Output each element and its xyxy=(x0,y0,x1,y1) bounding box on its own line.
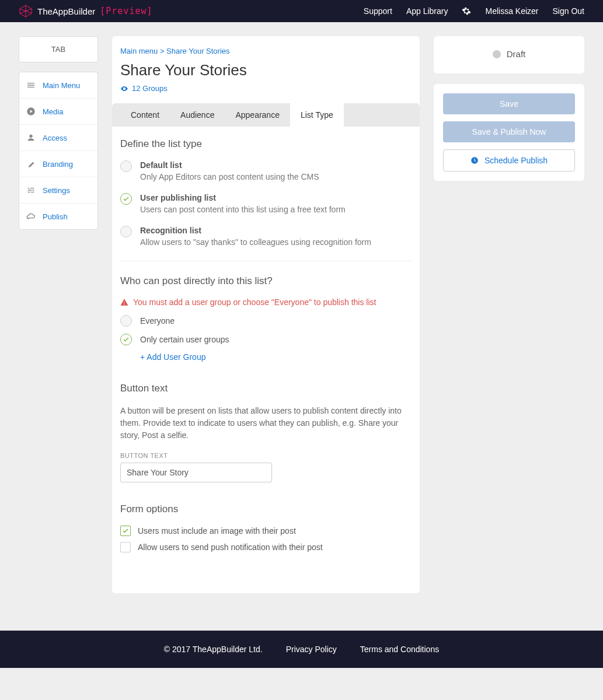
button-text-desc: A button will be present on lists that a… xyxy=(120,405,412,442)
sidebar-item-label: Access xyxy=(43,134,67,142)
footer: © 2017 TheAppBuilder Ltd. Privacy Policy… xyxy=(0,631,603,668)
button-text-heading: Button text xyxy=(120,383,412,394)
eye-icon xyxy=(120,85,128,93)
sidebar-tab[interactable]: TAB xyxy=(19,36,98,62)
divider xyxy=(120,261,412,261)
preview-badge: [Preview] xyxy=(100,6,152,16)
actions-box: Save Save & Publish Now Schedule Publish xyxy=(434,84,584,181)
checkbox-label: Allow users to send push notification wi… xyxy=(138,542,323,552)
groups-link[interactable]: 12 Groups xyxy=(120,84,412,93)
svg-point-1 xyxy=(29,135,32,138)
sidebar-item-media[interactable]: Media xyxy=(19,99,97,125)
checkbox-require-image[interactable]: Users must include an image with their p… xyxy=(120,526,412,536)
radio-only-groups[interactable]: Only certain user groups xyxy=(120,334,412,345)
radio-label: Everyone xyxy=(140,316,175,326)
sidebar-item-settings[interactable]: Settings xyxy=(19,177,97,204)
checkbox[interactable] xyxy=(120,526,131,536)
add-user-group-link[interactable]: + Add User Group xyxy=(140,352,412,362)
radio-desc: Allow users to "say thanks" to colleague… xyxy=(140,237,371,247)
footer-privacy[interactable]: Privacy Policy xyxy=(286,645,337,654)
radio-label: User publishing list xyxy=(140,193,346,202)
nav-user[interactable]: Melissa Keizer xyxy=(485,6,538,16)
radio-button[interactable] xyxy=(120,334,132,345)
save-button[interactable]: Save xyxy=(443,93,575,114)
logo-icon xyxy=(19,4,33,18)
tab-content[interactable]: Content xyxy=(120,103,170,127)
page-title: Share Your Stories xyxy=(120,61,412,79)
nav-app-library[interactable]: App Library xyxy=(406,6,448,16)
radio-desc: Only App Editors can post content using … xyxy=(140,172,319,181)
main-panel: Main menu > Share Your Stories Share You… xyxy=(112,36,420,593)
warning-text: You must add a user group or choose "Eve… xyxy=(133,298,376,307)
sidebar-item-label: Settings xyxy=(43,186,70,195)
status-label: Draft xyxy=(507,49,526,59)
tab-audience[interactable]: Audience xyxy=(170,103,225,127)
sidebar-item-label: Main Menu xyxy=(43,81,80,90)
clock-icon xyxy=(470,156,479,164)
radio-everyone[interactable]: Everyone xyxy=(120,315,412,327)
sidebar-item-publish[interactable]: Publish xyxy=(19,204,97,229)
checkbox-push-notification[interactable]: Allow users to send push notification wi… xyxy=(120,542,412,552)
button-text-label: BUTTON TEXT xyxy=(120,452,412,459)
tab-appearance[interactable]: Appearance xyxy=(225,103,290,127)
nav-signout[interactable]: Sign Out xyxy=(553,6,584,16)
sidebar-item-branding[interactable]: Branding xyxy=(19,151,97,177)
radio-label: Recognition list xyxy=(140,226,371,235)
gear-icon[interactable] xyxy=(462,6,471,16)
radio-button[interactable] xyxy=(120,226,132,237)
radio-recognition[interactable]: Recognition list Allow users to "say tha… xyxy=(120,226,412,247)
check-icon xyxy=(122,527,129,534)
status-box: Draft xyxy=(434,36,584,74)
list-type-heading: Define the list type xyxy=(120,138,412,150)
groups-count: 12 Groups xyxy=(132,84,168,93)
sidebar: TAB Main Menu Media Access Branding Sett… xyxy=(19,36,98,230)
checkbox-label: Users must include an image with their p… xyxy=(138,526,296,536)
breadcrumb[interactable]: Main menu > Share Your Stories xyxy=(120,47,412,55)
save-publish-button[interactable]: Save & Publish Now xyxy=(443,121,575,142)
right-panel: Draft Save Save & Publish Now Schedule P… xyxy=(434,36,584,181)
radio-user-publishing[interactable]: User publishing list Users can post cont… xyxy=(120,193,412,214)
radio-button[interactable] xyxy=(120,315,132,327)
who-post-heading: Who can post directly into this list? xyxy=(120,275,412,287)
radio-label: Default list xyxy=(140,160,319,170)
play-icon xyxy=(26,107,36,116)
menu-icon xyxy=(26,80,36,90)
radio-desc: Users can post content into this list us… xyxy=(140,205,346,214)
tab-list-type[interactable]: List Type xyxy=(290,103,344,127)
header-nav: Support App Library Melissa Keizer Sign … xyxy=(364,6,584,16)
schedule-label: Schedule Publish xyxy=(485,156,548,165)
nav-support[interactable]: Support xyxy=(364,6,392,16)
brand-name: TheAppBuilder xyxy=(37,6,95,16)
brush-icon xyxy=(26,159,36,169)
radio-button[interactable] xyxy=(120,160,132,172)
footer-copyright: © 2017 TheAppBuilder Ltd. xyxy=(164,645,263,654)
cloud-icon xyxy=(26,212,36,221)
footer-terms[interactable]: Terms and Conditions xyxy=(360,645,439,654)
sidebar-item-label: Media xyxy=(43,107,63,116)
sliders-icon xyxy=(26,186,36,195)
user-icon xyxy=(26,133,36,142)
schedule-publish-button[interactable]: Schedule Publish xyxy=(443,149,575,172)
header: TheAppBuilder [Preview] Support App Libr… xyxy=(0,0,603,22)
sidebar-item-label: Publish xyxy=(43,212,68,221)
check-icon xyxy=(123,195,130,202)
tabs: Content Audience Appearance List Type xyxy=(112,103,420,127)
radio-label: Only certain user groups xyxy=(140,335,229,344)
button-text-input[interactable] xyxy=(120,463,272,482)
logo[interactable]: TheAppBuilder [Preview] xyxy=(19,4,153,18)
radio-default-list[interactable]: Default list Only App Editors can post c… xyxy=(120,160,412,181)
status-dot xyxy=(493,50,501,58)
sidebar-item-access[interactable]: Access xyxy=(19,125,97,151)
form-options-heading: Form options xyxy=(120,503,412,515)
sidebar-item-label: Branding xyxy=(43,160,73,169)
warning-message: You must add a user group or choose "Eve… xyxy=(120,298,412,307)
check-icon xyxy=(123,336,130,343)
sidebar-nav: Main Menu Media Access Branding Settings… xyxy=(19,72,98,230)
sidebar-item-main-menu[interactable]: Main Menu xyxy=(19,72,97,99)
warning-icon xyxy=(120,298,128,306)
radio-button[interactable] xyxy=(120,193,132,205)
checkbox[interactable] xyxy=(120,542,131,552)
